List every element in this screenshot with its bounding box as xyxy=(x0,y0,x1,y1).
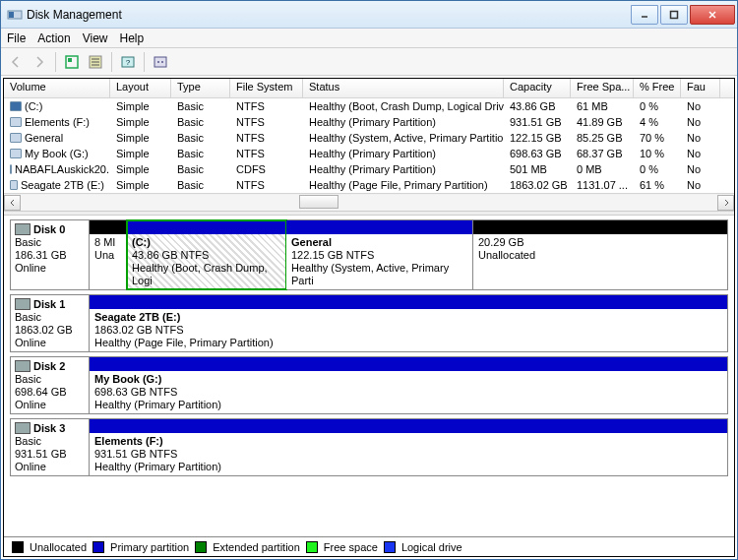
scroll-right-button[interactable] xyxy=(717,195,734,211)
legend-free: Free space xyxy=(324,541,378,553)
volume-row[interactable]: (C:)SimpleBasicNTFSHealthy (Boot, Crash … xyxy=(4,98,734,114)
properties-button[interactable] xyxy=(85,51,106,73)
volume-fau: No xyxy=(681,179,720,191)
svg-text:?: ? xyxy=(126,58,131,67)
disk-row[interactable]: Disk 0Basic186.31 GBOnline8 MIUna(C:)43.… xyxy=(10,219,728,290)
menu-help[interactable]: Help xyxy=(120,31,145,45)
volume-row[interactable]: Elements (F:)SimpleBasicNTFSHealthy (Pri… xyxy=(4,114,734,130)
volume-type: Basic xyxy=(171,148,230,159)
window-title: Disk Management xyxy=(27,8,122,22)
partition[interactable]: My Book (G:)698.63 GB NTFSHealthy (Prima… xyxy=(90,357,727,413)
partition-stripe xyxy=(90,357,727,371)
disk-partitions: 8 MIUna(C:)43.86 GB NTFSHealthy (Boot, C… xyxy=(90,220,727,289)
col-percent-free[interactable]: % Free xyxy=(634,79,681,97)
volume-fs: NTFS xyxy=(230,116,303,128)
volume-list[interactable]: (C:)SimpleBasicNTFSHealthy (Boot, Crash … xyxy=(4,98,734,193)
volume-row[interactable]: My Book (G:)SimpleBasicNTFSHealthy (Prim… xyxy=(4,146,734,161)
scroll-left-button[interactable] xyxy=(4,195,21,211)
toolbar-separator xyxy=(111,52,112,72)
col-volume[interactable]: Volume xyxy=(4,79,110,97)
disk-icon xyxy=(15,360,31,372)
col-layout[interactable]: Layout xyxy=(110,79,171,97)
partition-line2: Healthy (Boot, Crash Dump, Logi xyxy=(132,262,268,286)
menu-action[interactable]: Action xyxy=(37,31,70,45)
legend-swatch-free xyxy=(306,541,318,553)
volume-capacity: 931.51 GB xyxy=(504,116,571,128)
disk-icon xyxy=(15,298,31,310)
volume-layout: Simple xyxy=(110,132,171,144)
forward-button[interactable] xyxy=(29,51,50,73)
volume-row[interactable]: NABAFLAuskick20...SimpleBasicCDFSHealthy… xyxy=(4,161,734,177)
disk-partitions: Elements (F:)931.51 GB NTFSHealthy (Prim… xyxy=(90,419,727,475)
volume-free: 1131.07 ... xyxy=(571,179,634,191)
settings-button[interactable] xyxy=(150,51,171,73)
col-status[interactable]: Status xyxy=(303,79,504,97)
window: Disk Management File Action View Help ? … xyxy=(0,0,738,560)
volume-type: Basic xyxy=(171,100,230,112)
partition[interactable]: 20.29 GBUnallocated xyxy=(473,220,727,289)
volume-fau: No xyxy=(681,116,720,128)
volume-name: Elements (F:) xyxy=(25,116,90,128)
disk-size: 1863.02 GB xyxy=(15,324,85,337)
col-freespace[interactable]: Free Spa... xyxy=(571,79,634,97)
back-button[interactable] xyxy=(5,51,27,73)
volume-name: NABAFLAuskick20... xyxy=(15,163,110,175)
disk-row[interactable]: Disk 1Basic1863.02 GBOnlineSeagate 2TB (… xyxy=(10,294,728,352)
volume-fau: No xyxy=(681,148,720,159)
svg-point-15 xyxy=(157,61,159,63)
volume-type: Basic xyxy=(171,116,230,128)
partition[interactable]: Elements (F:)931.51 GB NTFSHealthy (Prim… xyxy=(90,419,727,475)
volume-pfree: 4 % xyxy=(634,116,681,128)
scroll-track[interactable] xyxy=(21,195,717,211)
disk-name: Disk 0 xyxy=(33,223,65,236)
volume-fau: No xyxy=(681,132,720,144)
close-button[interactable] xyxy=(690,5,735,25)
refresh-button[interactable] xyxy=(61,51,83,73)
disk-row[interactable]: Disk 2Basic698.64 GBOnlineMy Book (G:)69… xyxy=(10,356,728,414)
disk-type: Basic xyxy=(15,435,85,448)
legend-swatch-logical xyxy=(384,541,396,553)
col-type[interactable]: Type xyxy=(171,79,230,97)
partition[interactable]: General122.15 GB NTFSHealthy (System, Ac… xyxy=(286,220,473,289)
disk-size: 186.31 GB xyxy=(15,249,85,262)
partition-stripe xyxy=(473,220,727,234)
disk-icon xyxy=(15,422,31,434)
drive-icon xyxy=(10,180,18,190)
partition-stripe xyxy=(90,295,727,309)
disk-pane[interactable]: Disk 0Basic186.31 GBOnline8 MIUna(C:)43.… xyxy=(4,216,734,536)
disk-info: Disk 1Basic1863.02 GBOnline xyxy=(11,295,90,351)
volume-row[interactable]: GeneralSimpleBasicNTFSHealthy (System, A… xyxy=(4,130,734,146)
volume-capacity: 698.63 GB xyxy=(504,148,571,159)
volume-fs: NTFS xyxy=(230,179,303,191)
partition-line2: Healthy (Primary Partition) xyxy=(94,461,221,472)
volume-status: Healthy (Page File, Primary Partition) xyxy=(303,179,504,191)
col-capacity[interactable]: Capacity xyxy=(504,79,571,97)
partition[interactable]: (C:)43.86 GB NTFSHealthy (Boot, Crash Du… xyxy=(127,220,286,289)
minimize-button[interactable] xyxy=(631,5,658,25)
col-filesystem[interactable]: File System xyxy=(230,79,303,97)
partition[interactable]: Seagate 2TB (E:)1863.02 GB NTFSHealthy (… xyxy=(90,295,727,351)
partition-line2: Healthy (Primary Partition) xyxy=(94,399,221,410)
legend-primary: Primary partition xyxy=(110,541,189,553)
menu-view[interactable]: View xyxy=(83,31,108,45)
disk-name: Disk 2 xyxy=(33,360,65,373)
volume-pfree: 61 % xyxy=(634,179,681,191)
scroll-thumb[interactable] xyxy=(299,195,338,209)
disk-type: Basic xyxy=(15,311,85,324)
partition-line2: Una xyxy=(94,249,114,261)
volume-header: Volume Layout Type File System Status Ca… xyxy=(4,79,734,98)
volume-row[interactable]: Seagate 2TB (E:)SimpleBasicNTFSHealthy (… xyxy=(4,177,734,193)
horizontal-scrollbar[interactable] xyxy=(4,193,734,211)
drive-icon xyxy=(10,164,12,174)
disk-icon xyxy=(15,223,31,235)
menu-file[interactable]: File xyxy=(7,31,26,45)
col-fault[interactable]: Fau xyxy=(681,79,720,97)
legend-logical: Logical drive xyxy=(401,541,462,553)
legend-swatch-extended xyxy=(195,541,207,553)
partition-line1: 698.63 GB NTFS xyxy=(94,386,177,398)
help-button[interactable]: ? xyxy=(117,51,139,73)
partition[interactable]: 8 MIUna xyxy=(90,220,127,289)
maximize-button[interactable] xyxy=(660,5,688,25)
disk-row[interactable]: Disk 3Basic931.51 GBOnlineElements (F:)9… xyxy=(10,418,728,476)
volume-type: Basic xyxy=(171,179,230,191)
